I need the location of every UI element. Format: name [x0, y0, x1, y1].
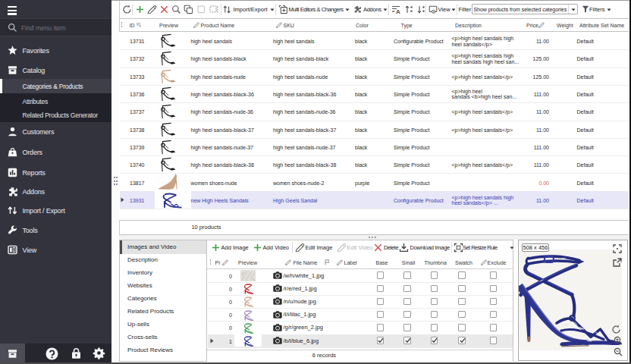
svg-text:A: A — [396, 8, 400, 15]
